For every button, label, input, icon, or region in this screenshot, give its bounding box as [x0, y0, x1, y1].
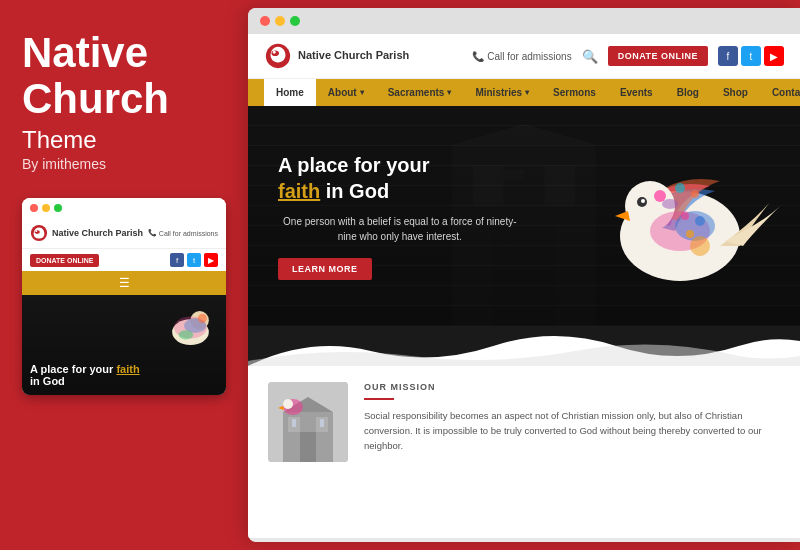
svg-point-25 [675, 211, 715, 241]
svg-point-2 [35, 231, 37, 233]
mobile-call: 📞 Call for admissions [148, 229, 218, 237]
site-header-right: 📞 Call for admissions 🔍 DONATE ONLINE f … [472, 46, 784, 66]
site-youtube-icon[interactable]: ▶ [764, 46, 784, 66]
mission-text: OUR MISSION Social responsibility become… [364, 382, 780, 454]
svg-point-31 [662, 199, 678, 209]
site-social-links: f t ▶ [718, 46, 784, 66]
mobile-hero-text: A place for your faith in God [30, 363, 140, 387]
site-nav: Home About ▾ Sacraments ▾ Ministries ▾ S… [248, 79, 800, 106]
mission-divider [364, 398, 394, 400]
mobile-preview: Native Church Parish 📞 Call for admissio… [22, 198, 226, 395]
svg-point-8 [179, 331, 194, 340]
mobile-actions: DONATE ONLINE f t ▶ [22, 249, 226, 271]
nav-item-sacraments[interactable]: Sacraments ▾ [376, 79, 464, 106]
svg-point-44 [283, 399, 293, 409]
browser-dot-green [290, 16, 300, 26]
mission-body: Social responsibility becomes an aspect … [364, 408, 780, 454]
mobile-hamburger-menu[interactable]: ☰ [22, 271, 226, 295]
mobile-dot-red [30, 204, 38, 212]
site-donate-button[interactable]: DONATE ONLINE [608, 46, 708, 66]
site-hero: A place for your faith in God One person… [248, 106, 800, 326]
theme-author: By imithemes [22, 156, 226, 172]
about-chevron-icon: ▾ [360, 88, 364, 97]
mobile-hero: A place for your faith in God [22, 295, 226, 395]
svg-point-32 [681, 212, 689, 220]
browser-preview: Native Church Parish 📞 Call for admissio… [248, 8, 800, 542]
mobile-social-links: f t ▶ [170, 253, 218, 267]
browser-dot-yellow [275, 16, 285, 26]
hero-bird-illustration [580, 116, 780, 316]
site-logo-area: Native Church Parish [264, 42, 409, 70]
svg-point-11 [273, 51, 276, 54]
mobile-bird-decoration [163, 300, 218, 355]
hero-subtitle: One person with a belief is equal to a f… [278, 214, 522, 244]
mobile-donate-button[interactable]: DONATE ONLINE [30, 254, 99, 267]
mobile-church-name: Native Church Parish [52, 228, 143, 239]
mobile-twitter-icon[interactable]: t [187, 253, 201, 267]
browser-dot-red [260, 16, 270, 26]
site-facebook-icon[interactable]: f [718, 46, 738, 66]
nav-item-contacts[interactable]: Contacts [760, 79, 800, 106]
browser-content: Native Church Parish 📞 Call for admissio… [248, 34, 800, 538]
hamburger-icon: ☰ [119, 276, 130, 290]
ministries-chevron-icon: ▾ [525, 88, 529, 97]
nav-item-blog[interactable]: Blog [665, 79, 711, 106]
site-search-icon[interactable]: 🔍 [582, 49, 598, 64]
site-twitter-icon[interactable]: t [741, 46, 761, 66]
nav-item-about[interactable]: About ▾ [316, 79, 376, 106]
mobile-logo-area: Native Church Parish [30, 224, 143, 242]
svg-point-34 [686, 230, 694, 238]
svg-point-7 [198, 314, 207, 323]
svg-point-28 [654, 190, 666, 202]
wave-svg [248, 326, 800, 366]
mobile-dot-yellow [42, 204, 50, 212]
svg-point-27 [690, 236, 710, 256]
hero-content: A place for your faith in God One person… [248, 152, 552, 280]
left-panel: Native Church Theme By imithemes Native … [0, 0, 248, 550]
mission-image [268, 382, 348, 462]
nav-item-events[interactable]: Events [608, 79, 665, 106]
mobile-facebook-icon[interactable]: f [170, 253, 184, 267]
hero-title: A place for your faith in God [278, 152, 522, 204]
hero-learn-more-button[interactable]: LEARN MORE [278, 258, 372, 280]
svg-point-33 [695, 216, 705, 226]
site-call: 📞 Call for admissions [472, 51, 571, 62]
theme-title: Native Church [22, 30, 226, 122]
mobile-youtube-icon[interactable]: ▶ [204, 253, 218, 267]
mobile-header: Native Church Parish 📞 Call for admissio… [22, 218, 226, 249]
wave-divider [248, 326, 800, 366]
sacraments-chevron-icon: ▾ [447, 88, 451, 97]
svg-point-1 [35, 231, 40, 235]
phone-icon: 📞 [148, 229, 157, 237]
theme-subtitle: Theme [22, 126, 226, 154]
theme-title-block: Native Church Theme By imithemes [22, 30, 226, 172]
site-logo-icon [264, 42, 292, 70]
mission-section: OUR MISSION Social responsibility become… [248, 366, 800, 478]
browser-titlebar [248, 8, 800, 34]
svg-point-30 [691, 190, 699, 198]
mobile-logo-icon [30, 224, 48, 242]
mobile-titlebar [22, 198, 226, 218]
site-name: Native Church Parish [298, 49, 409, 62]
svg-rect-42 [320, 419, 324, 427]
nav-item-sermons[interactable]: Sermons [541, 79, 608, 106]
mission-church-image [268, 382, 348, 462]
mobile-dot-green [54, 204, 62, 212]
nav-item-shop[interactable]: Shop [711, 79, 760, 106]
nav-item-home[interactable]: Home [264, 79, 316, 106]
site-phone-icon: 📞 [472, 51, 484, 62]
site-header: Native Church Parish 📞 Call for admissio… [248, 34, 800, 79]
svg-point-29 [675, 183, 685, 193]
nav-item-ministries[interactable]: Ministries ▾ [463, 79, 541, 106]
mission-label: OUR MISSION [364, 382, 780, 392]
svg-rect-38 [300, 432, 316, 462]
svg-rect-41 [292, 419, 296, 427]
svg-point-23 [641, 199, 645, 203]
